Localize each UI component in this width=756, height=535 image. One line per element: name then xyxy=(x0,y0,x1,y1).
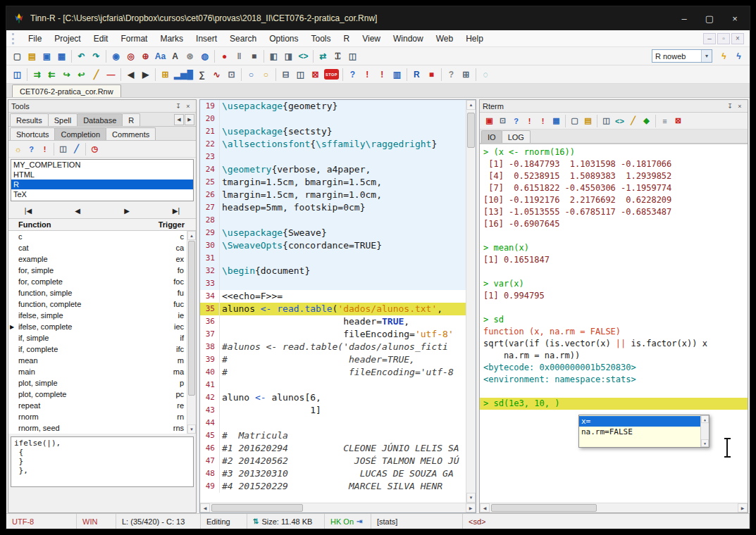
nav-first-button[interactable]: |◀ xyxy=(18,207,38,215)
close-view-icon[interactable]: ⊠ xyxy=(308,68,323,82)
editor-line[interactable]: 23 xyxy=(200,151,466,163)
stop-sign-icon[interactable]: STOP xyxy=(324,69,339,80)
editor-scroll-left-icon[interactable]: ◀ xyxy=(200,503,210,512)
function-row[interactable]: repeatre xyxy=(8,400,187,411)
nav-prev-button[interactable]: ◀ xyxy=(68,207,87,215)
editor-line[interactable]: 27headsep=5mm, footskip=0cm} xyxy=(200,201,466,214)
menu-view[interactable]: View xyxy=(356,32,387,45)
rterm-config-icon[interactable]: ▣ xyxy=(483,115,496,127)
minimize-button[interactable]: – xyxy=(672,9,696,27)
function-column-header[interactable]: Function xyxy=(18,220,159,229)
rterm-scroll-left-icon[interactable]: ◀ xyxy=(480,503,490,512)
tab-spell[interactable]: Spell xyxy=(48,113,78,126)
copy-to-left-icon[interactable]: ⇇ xyxy=(44,68,59,82)
menu-marks[interactable]: Marks xyxy=(154,32,190,45)
zoom-yellow-icon[interactable]: ○ xyxy=(259,68,273,82)
nav-back-icon[interactable]: ◀ xyxy=(123,68,138,82)
nav-forward-icon[interactable]: ▶ xyxy=(138,68,153,82)
combo-dropdown-icon[interactable]: ▾ xyxy=(701,50,712,62)
menu-r[interactable]: R xyxy=(337,32,357,45)
editor-code[interactable]: 19\usepackage{geometry}2021\usepackage{s… xyxy=(200,100,466,503)
rterm-pin-icon[interactable]: ↧ xyxy=(725,101,735,111)
popup-scroll-up-icon[interactable]: ▲ xyxy=(701,415,709,423)
editor-line[interactable]: 22\allsectionsfont{\sffamily\raggedright… xyxy=(200,138,466,151)
editor-line[interactable]: 45# Matricula xyxy=(200,429,466,442)
rterm-hscroll-track[interactable] xyxy=(490,503,738,512)
tab-scroll-left-icon[interactable]: ◀ xyxy=(174,114,184,125)
editor-line[interactable]: 40# fileEncoding='utf-8 xyxy=(200,366,466,379)
subtab-shortcuts[interactable]: Shortcuts xyxy=(10,127,55,140)
search-files-icon[interactable]: ⊕ xyxy=(138,49,153,63)
mdi-close-icon[interactable]: × xyxy=(731,33,744,44)
editor-line[interactable]: 33 xyxy=(200,277,466,290)
open-book-icon[interactable]: ◫ xyxy=(10,68,25,82)
editor-line[interactable]: 28 xyxy=(200,214,466,227)
rterm-edit-icon[interactable]: ╱ xyxy=(626,115,640,127)
rterm-open-doc-icon[interactable]: ▤ xyxy=(581,115,595,127)
menu-format[interactable]: Format xyxy=(114,32,154,45)
completion-set-html[interactable]: HTML xyxy=(11,170,193,180)
timer-clock-icon[interactable]: ◷ xyxy=(88,143,101,156)
editor-line[interactable]: 20 xyxy=(200,113,466,125)
r-stop-icon[interactable]: ■ xyxy=(424,68,439,82)
rterm-list-icon[interactable]: ≡ xyxy=(658,115,671,127)
help-blue-icon[interactable]: ? xyxy=(25,143,38,156)
rterm-tab-io[interactable]: IO xyxy=(481,130,502,143)
rterm-monitor-icon[interactable]: ▦ xyxy=(550,115,563,127)
function-row[interactable]: plot, completepc xyxy=(8,389,187,400)
mdi-minimize-icon[interactable]: – xyxy=(703,33,716,44)
menu-insert[interactable]: Insert xyxy=(190,32,223,45)
function-row[interactable]: mainma xyxy=(8,366,187,377)
redo-icon[interactable]: ↷ xyxy=(89,49,104,63)
rterm-computer-icon[interactable]: ⊡ xyxy=(496,115,509,127)
editor-line[interactable]: 38#alunos <- read.table('dados/alunos_fi… xyxy=(200,341,466,353)
fn-scroll-track[interactable] xyxy=(187,240,196,424)
rterm-clean-icon[interactable]: ◆ xyxy=(640,115,653,127)
zoom-blue-icon[interactable]: ○ xyxy=(244,68,259,82)
editor-line[interactable]: 21\usepackage{sectsty} xyxy=(200,125,466,138)
trigger-column-header[interactable]: Trigger xyxy=(159,220,185,229)
editor-line[interactable]: 46#1 201620294 CLEONE JÚNIO LELIS SA xyxy=(200,442,466,455)
hint-bulb-icon[interactable]: ☼ xyxy=(11,143,25,156)
completion-set-r[interactable]: R xyxy=(11,180,193,189)
nav-last-button[interactable]: ▶| xyxy=(166,207,186,215)
completion-preview[interactable]: ifelse(|), { } }, xyxy=(11,436,194,487)
menu-web[interactable]: Web xyxy=(430,32,459,45)
window-tile-icon[interactable]: ◨ xyxy=(281,49,296,63)
menu-grip-handle[interactable] xyxy=(12,33,19,44)
editor-line[interactable]: 25tmargin=1.5cm, bmargin=1.5cm, xyxy=(200,176,466,189)
search-replace-icon[interactable]: ◎ xyxy=(123,49,138,63)
split-vertical-icon[interactable]: ◫ xyxy=(293,68,308,82)
line-plot-icon[interactable]: ∿ xyxy=(209,68,224,82)
save-all-icon[interactable]: ▦ xyxy=(54,49,69,63)
editor-line[interactable]: 36 header=TRUE, xyxy=(200,315,466,328)
menu-tools[interactable]: Tools xyxy=(304,32,337,45)
editor-line[interactable]: 30\SweaveOpts{concordance=TRUE} xyxy=(200,239,466,252)
nav-next-button[interactable]: ▶ xyxy=(117,207,137,215)
editor-line[interactable]: 19\usepackage{geometry} xyxy=(200,100,466,113)
attach-icon[interactable]: ⊛ xyxy=(182,49,197,63)
popup-scroll-down-icon[interactable]: ▼ xyxy=(701,439,709,447)
rterm-alert-icon[interactable]: ! xyxy=(523,115,536,127)
match-case-icon[interactable]: Aa xyxy=(153,49,168,63)
rterm-alert-2-icon[interactable]: ! xyxy=(536,115,550,127)
fn-scroll-thumb[interactable] xyxy=(188,241,195,396)
search-icon[interactable]: ◉ xyxy=(109,49,123,63)
menu-help[interactable]: Help xyxy=(459,32,490,45)
editor-hscroll-track[interactable] xyxy=(210,503,466,512)
function-row[interactable]: meanm xyxy=(8,355,187,366)
editor-line[interactable]: 26lmargin=1.5cm, rmargin=1.0cm, xyxy=(200,189,466,201)
editor-hscroll-thumb[interactable] xyxy=(211,504,303,512)
rterm-scroll-right-icon[interactable]: ▶ xyxy=(738,503,748,512)
editor-line[interactable]: 31 xyxy=(200,252,466,265)
function-row[interactable]: function, completefuc xyxy=(8,298,187,310)
edit-set-icon[interactable]: ╱ xyxy=(70,143,83,156)
alert-1-icon[interactable]: ! xyxy=(360,68,375,82)
tab-r[interactable]: R xyxy=(122,113,140,126)
subtab-comments[interactable]: Comments xyxy=(106,127,156,140)
function-row[interactable]: ifelse, completeiec xyxy=(8,321,187,332)
run-all-icon[interactable]: ϟ xyxy=(731,49,746,63)
editor-vscrollbar[interactable]: ▲ ▼ xyxy=(466,100,476,503)
function-row[interactable]: rnormrn xyxy=(8,411,187,422)
save-file-icon[interactable]: ▣ xyxy=(39,49,54,63)
